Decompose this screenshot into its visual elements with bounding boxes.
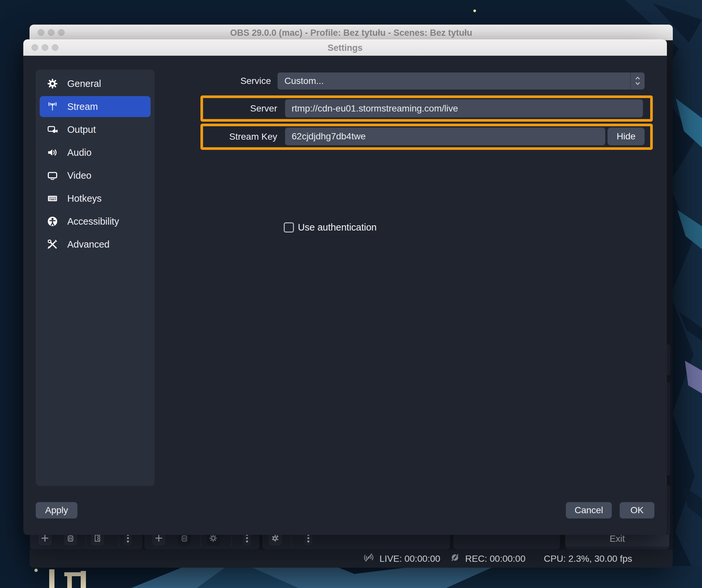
cpu-stats: CPU: 2.3%, 30.00 fps — [544, 554, 632, 564]
service-selected-value: Custom... — [277, 73, 645, 90]
add-icon — [154, 534, 163, 544]
sidebar-item-label: Stream — [67, 101, 98, 112]
sidebar-item-video[interactable]: Video — [40, 165, 150, 186]
settings-window-title: Settings — [23, 43, 667, 53]
hide-key-button[interactable]: Hide — [607, 128, 645, 145]
gear-advanced-icon — [271, 534, 279, 544]
service-label: Service — [172, 73, 271, 90]
rec-off-icon — [450, 553, 460, 565]
use-authentication-label: Use authentication — [298, 222, 377, 233]
server-label: Server — [187, 95, 277, 122]
stream-key-input[interactable] — [285, 128, 605, 145]
sidebar-item-label: Audio — [67, 147, 92, 158]
sidebar-item-output[interactable]: Output — [40, 119, 150, 140]
filters-icon — [93, 534, 102, 544]
sidebar-item-label: Video — [67, 170, 92, 181]
add-icon — [41, 534, 49, 544]
antenna-icon — [47, 101, 58, 112]
monitor-icon — [47, 170, 58, 181]
use-authentication-checkbox[interactable] — [284, 222, 294, 233]
sidebar-item-label: Hotkeys — [67, 193, 102, 204]
sidebar-item-audio[interactable]: Audio — [40, 142, 150, 163]
rec-timer: REC: 00:00:00 — [465, 554, 525, 564]
select-chevrons-icon — [630, 73, 645, 90]
tools-icon — [47, 239, 58, 250]
settings-window: Settings General Stream Output Audio Vid… — [23, 39, 667, 535]
sidebar-item-stream[interactable]: Stream — [40, 96, 150, 117]
trash-icon — [66, 534, 75, 544]
gear-icon — [209, 534, 218, 544]
settings-titlebar[interactable]: Settings — [23, 39, 667, 56]
main-window-title: OBS 29.0.0 (mac) - Profile: Bez tytułu -… — [29, 28, 673, 38]
sidebar-item-label: Accessibility — [67, 216, 119, 227]
status-bar: LIVE: 00:00:00 REC: 00:00:00 CPU: 2.3%, … — [29, 550, 673, 568]
speaker-icon — [47, 147, 58, 158]
service-select[interactable]: Custom... — [277, 73, 645, 90]
keyboard-icon — [47, 193, 58, 204]
sidebar-item-advanced[interactable]: Advanced — [40, 234, 150, 255]
sidebar-item-hotkeys[interactable]: Hotkeys — [40, 188, 150, 209]
live-timer: LIVE: 00:00:00 — [379, 554, 440, 564]
kebab-icon — [246, 533, 248, 545]
stream-key-label: Stream Key — [187, 124, 277, 150]
settings-sidebar: General Stream Output Audio Video Hotkey… — [36, 70, 154, 486]
apply-button[interactable]: Apply — [36, 502, 78, 518]
accessibility-icon — [47, 216, 58, 227]
trash-icon — [180, 534, 189, 544]
gear-icon — [47, 78, 58, 89]
sidebar-item-label: Advanced — [67, 239, 110, 250]
ok-button[interactable]: OK — [620, 502, 655, 518]
cancel-button[interactable]: Cancel — [566, 502, 612, 518]
sidebar-item-label: Output — [67, 124, 96, 135]
main-titlebar[interactable]: OBS 29.0.0 (mac) - Profile: Bez tytułu -… — [29, 25, 673, 40]
kebab-icon — [127, 533, 129, 545]
sidebar-item-accessibility[interactable]: Accessibility — [40, 211, 150, 232]
server-input[interactable] — [285, 99, 643, 117]
camera-icon — [47, 124, 58, 135]
sidebar-item-general[interactable]: General — [40, 73, 150, 94]
live-off-icon — [363, 552, 374, 565]
sidebar-item-label: General — [67, 78, 101, 89]
kebab-icon — [307, 533, 310, 545]
